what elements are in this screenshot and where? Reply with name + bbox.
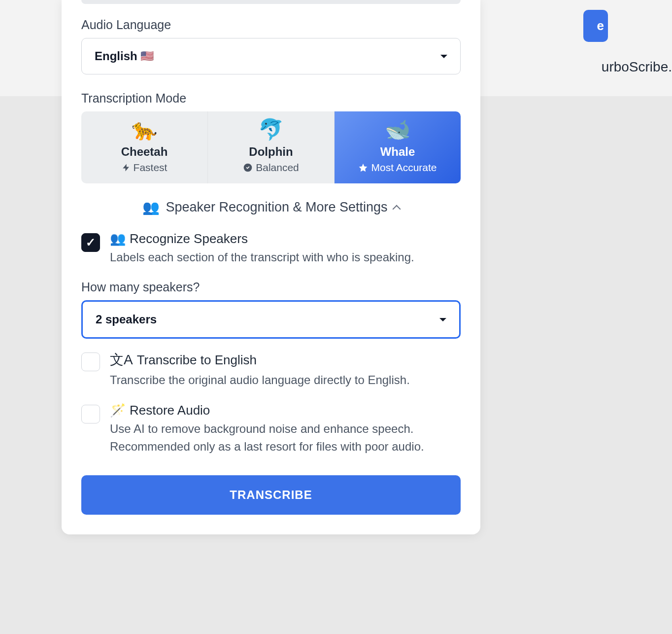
mode-option-whale[interactable]: 🐋 Whale Most Accurate [335, 111, 461, 183]
transcription-mode-group: 🐆 Cheetah Fastest 🐬 Dolphin Balanced 🐋 W… [81, 111, 461, 183]
mode-name: Cheetah [121, 145, 168, 159]
wand-icon: 🪄 [110, 403, 126, 418]
audio-language-value: English [95, 49, 137, 63]
transcription-settings-modal: Audio Language English 🇺🇸 Transcription … [62, 0, 480, 534]
transcription-mode-label: Transcription Mode [81, 91, 461, 106]
recognize-speakers-title: Recognize Speakers [130, 231, 248, 247]
settings-toggle-label: Speaker Recognition & More Settings [166, 200, 387, 215]
bolt-icon [122, 163, 131, 172]
translate-icon: 文A [110, 351, 133, 369]
transcribe-english-desc: Transcribe the original audio language d… [110, 371, 461, 389]
checkmark-icon: ✓ [86, 236, 96, 249]
restore-audio-desc: Use AI to remove background noise and en… [110, 420, 461, 456]
restore-audio-title: Restore Audio [130, 403, 210, 418]
speaker-count-value: 2 speakers [96, 313, 157, 326]
people-icon: 👥 [142, 199, 160, 215]
recognize-speakers-desc: Labels each section of the transcript wi… [110, 248, 461, 266]
transcribe-button[interactable]: TRANSCRIBE [81, 475, 461, 515]
background-button-fragment: e [583, 10, 608, 42]
dolphin-emoji-icon: 🐬 [258, 119, 284, 140]
star-icon [358, 163, 368, 173]
audio-language-select[interactable]: English 🇺🇸 [81, 38, 461, 74]
upload-area-fragment [81, 0, 461, 4]
settings-toggle[interactable]: 👥 Speaker Recognition & More Settings [81, 199, 461, 215]
mode-name: Whale [380, 145, 415, 159]
speaker-count-select[interactable]: 2 speakers [81, 300, 461, 339]
mode-subtitle: Most Accurate [371, 162, 437, 174]
transcribe-english-checkbox[interactable] [81, 352, 100, 371]
check-badge-icon [243, 163, 253, 173]
chevron-down-icon [440, 55, 447, 58]
mode-option-cheetah[interactable]: 🐆 Cheetah Fastest [81, 111, 208, 183]
chevron-down-icon [439, 318, 446, 321]
cheetah-emoji-icon: 🐆 [132, 119, 157, 140]
flag-icon: 🇺🇸 [140, 50, 154, 63]
people-icon: 👥 [110, 231, 126, 247]
transcribe-english-title: Transcribe to English [137, 352, 257, 368]
restore-audio-checkbox[interactable] [81, 405, 100, 423]
recognize-speakers-checkbox[interactable]: ✓ [81, 233, 100, 252]
chevron-up-icon [392, 205, 401, 213]
speaker-count-label: How many speakers? [81, 280, 461, 294]
mode-option-dolphin[interactable]: 🐬 Dolphin Balanced [208, 111, 335, 183]
mode-subtitle: Balanced [256, 162, 299, 174]
mode-name: Dolphin [249, 145, 293, 159]
audio-language-label: Audio Language [81, 18, 461, 32]
whale-emoji-icon: 🐋 [385, 119, 410, 140]
background-text-fragment: urboScribe. [602, 59, 672, 75]
mode-subtitle: Fastest [134, 162, 168, 174]
